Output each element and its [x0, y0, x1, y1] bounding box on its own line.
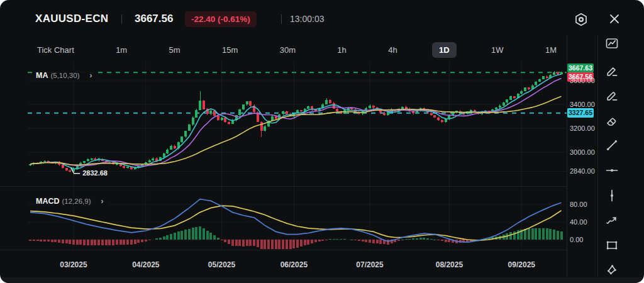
last-price: 3667.56	[135, 13, 173, 25]
server-clock: 13:00:03	[290, 14, 325, 24]
axis-separator	[0, 250, 567, 250]
tab-1w[interactable]: 1W	[484, 42, 511, 58]
header-divider	[121, 14, 122, 24]
price-tick-label: 3200.00	[570, 125, 595, 132]
price-tick-label: 3400.00	[570, 101, 595, 108]
tab-1h[interactable]: 1h	[330, 42, 353, 58]
trend-line-icon	[604, 138, 619, 153]
tab-1m[interactable]: 1M	[538, 42, 564, 58]
trend-line-tool-button[interactable]	[602, 136, 621, 153]
month-label: 04/2025	[132, 260, 159, 269]
tab-1d[interactable]: 1D	[432, 42, 457, 58]
toolbar-separator	[597, 35, 598, 277]
price-tick-label: 3000.00	[570, 148, 595, 156]
pencil-icon	[604, 64, 619, 79]
tab-1m[interactable]: 1m	[109, 42, 134, 58]
macd-tick-label: 80.00	[570, 201, 587, 208]
eraser-icon	[604, 114, 619, 129]
tab-4h[interactable]: 4h	[381, 42, 404, 58]
rectangle-tool-button[interactable]	[602, 236, 621, 253]
symbol-name: XAUUSD-ECN	[35, 13, 108, 25]
month-label: 05/2025	[208, 260, 235, 269]
horizontal-line-tool-button[interactable]	[602, 162, 621, 179]
macd-tick-label: 0.00	[570, 236, 583, 243]
vertical-line-tool-button[interactable]	[602, 187, 621, 204]
month-label: 07/2025	[356, 260, 383, 269]
rectangle-icon	[604, 238, 619, 253]
ma-label-text: MA	[36, 71, 48, 80]
chart-type-tool-button[interactable]	[602, 35, 621, 52]
eraser-tool-button[interactable]	[602, 113, 621, 130]
ma-expand-chevron-icon[interactable]: ›	[89, 71, 92, 80]
pencil-tool-button[interactable]	[602, 62, 621, 79]
close-icon	[607, 11, 622, 26]
macd-expand-chevron-icon[interactable]: ›	[101, 197, 104, 206]
macd-indicator-label[interactable]: MACD(12,26,9)›	[34, 196, 108, 206]
brush-icon	[604, 89, 619, 104]
wave-arrow-tool-button[interactable]	[602, 212, 621, 229]
low-price-annotation: 2832.68	[82, 169, 108, 177]
pane-separator	[0, 186, 567, 187]
month-label: 03/2025	[60, 260, 87, 269]
month-label: 06/2025	[280, 260, 308, 269]
polygon-icon	[604, 262, 619, 277]
polygon-tool-button[interactable]	[602, 261, 621, 278]
ma-params-text: (5,10,30)	[50, 72, 79, 79]
macd-params-text: (12,26,9)	[62, 197, 91, 205]
price-tick-label: 2840.00	[570, 167, 595, 175]
price-change-badge: -22.40 (-0.61%)	[185, 11, 257, 27]
vertical-line-icon	[604, 188, 619, 203]
bottom-edge	[0, 277, 644, 283]
gear-icon	[573, 11, 589, 28]
tab-15m[interactable]: 15m	[215, 42, 245, 58]
high-price-badge: 3667.63	[567, 64, 594, 73]
timeframe-bar: Tick Chart1m5m15m30m1h4h1D1W1M	[30, 37, 564, 62]
horizontal-line-icon	[604, 163, 619, 178]
macd-tick-label: 40.00	[570, 218, 587, 226]
price-tick-label: 3600.00	[570, 77, 595, 84]
tab-5m[interactable]: 5m	[162, 42, 187, 58]
header-divider	[281, 14, 282, 24]
month-label: 09/2025	[508, 260, 535, 269]
macd-label-text: MACD	[36, 197, 60, 206]
tab-tick-chart[interactable]: Tick Chart	[30, 42, 81, 58]
chart-type-icon	[604, 36, 619, 51]
wave-arrow-icon	[604, 213, 619, 228]
trading-chart-widget: XAUUSD-ECN 3667.56 -22.40 (-0.61%) 13:00…	[0, 0, 644, 283]
close-button[interactable]	[606, 11, 623, 28]
ma-indicator-label[interactable]: MA(5,10,30)›	[34, 70, 96, 80]
month-label: 08/2025	[436, 260, 463, 269]
level-price-badge: 3327.65	[567, 108, 594, 118]
tab-30m[interactable]: 30m	[273, 42, 303, 58]
settings-button[interactable]	[572, 11, 590, 28]
brush-tool-button[interactable]	[602, 87, 621, 104]
